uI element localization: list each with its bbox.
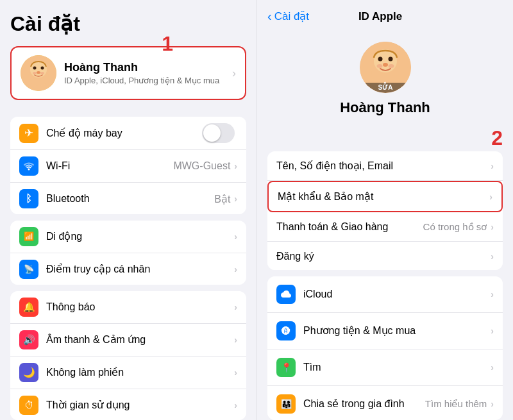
bluetooth-icon: ᛒ (19, 189, 38, 208)
notifications-label: Thông báo (46, 301, 234, 313)
focus-chevron-icon: › (234, 367, 237, 378)
hotspot-icon: 📡 (19, 260, 38, 279)
back-arrow-icon: ‹ (267, 9, 272, 24)
find-item[interactable]: 📍 Tìm › (267, 349, 503, 386)
wifi-value: MWG-Guest (173, 160, 230, 172)
focus-item[interactable]: 🌙 Không làm phiền › (10, 357, 246, 389)
airplane-icon: ✈ (19, 124, 38, 143)
focus-icon: 🌙 (19, 363, 38, 382)
family-sharing-chevron: › (491, 399, 494, 409)
family-sharing-label: Chia sẻ trong gia đình (303, 398, 425, 410)
appstore-icon: 🅐 (276, 321, 296, 340)
bluetooth-label: Bluetooth (46, 193, 214, 205)
right-header: ‹ Cài đặt ID Apple (257, 0, 513, 29)
find-chevron: › (491, 362, 494, 373)
svg-point-5 (37, 71, 40, 74)
hotspot-label: Điểm truy cập cá nhân (46, 263, 234, 275)
sound-item[interactable]: 🔊 Âm thanh & Cảm ứng › (10, 324, 246, 357)
svg-point-6 (33, 72, 37, 74)
toggle-knob (203, 124, 221, 142)
back-button[interactable]: ‹ Cài đặt (267, 9, 309, 24)
profile-info: Hoàng Thanh ID Apple, iCloud, Phương tiệ… (64, 61, 232, 85)
settings-section-1: ✈ Chế độ máy bay Wi-Fi MWG-Guest › ᛒ Blu… (10, 117, 246, 214)
svg-point-11 (378, 57, 382, 62)
settings-section-3: 🔔 Thông báo › 🔊 Âm thanh & Cảm ứng › 🌙 K… (10, 291, 246, 420)
sound-icon: 🔊 (19, 330, 38, 349)
svg-point-3 (33, 67, 37, 70)
svg-point-7 (40, 72, 44, 74)
focus-label: Không làm phiền (46, 366, 234, 378)
left-title: Cài đặt (10, 12, 246, 36)
svg-point-14 (376, 64, 382, 68)
password-security-chevron: › (489, 192, 492, 202)
hotspot-item[interactable]: 📡 Điểm truy cập cá nhân › (10, 253, 246, 285)
icloud-icon (276, 285, 296, 304)
profile-name: Hoàng Thanh (64, 61, 232, 74)
right-profile-name: Hoàng Thanh (340, 99, 430, 116)
screentime-label: Thời gian sử dụng (46, 399, 234, 411)
icloud-chevron: › (491, 289, 494, 299)
media-purchases-label: Phương tiện & Mục mua (303, 324, 491, 337)
step-2-badge: 2 (257, 126, 513, 150)
sound-label: Âm thanh & Cảm ứng (46, 333, 234, 346)
right-panel: ‹ Cài đặt ID Apple SỬA SỬA (256, 0, 513, 420)
find-icon: 📍 (276, 358, 296, 377)
sound-chevron-icon: › (234, 335, 237, 345)
icloud-item[interactable]: iCloud › (267, 276, 503, 313)
screentime-item[interactable]: ⏱ Thời gian sử dụng › (10, 389, 246, 420)
bluetooth-value: Bật (214, 193, 230, 205)
screentime-chevron-icon: › (234, 400, 237, 410)
name-phone-email-item[interactable]: Tên, Số điện thoại, Email › (267, 151, 503, 181)
right-section-2: iCloud › 🅐 Phương tiện & Mục mua › 📍 Tìm… (267, 276, 503, 420)
subscription-item[interactable]: Đăng ký › (267, 242, 503, 270)
profile-chevron-icon: › (232, 67, 236, 80)
name-phone-email-label: Tên, Số điện thoại, Email (276, 160, 491, 172)
payment-shipping-value: Có trong hồ sơ (423, 221, 487, 233)
notifications-chevron-icon: › (234, 302, 237, 312)
wifi-item[interactable]: Wi-Fi MWG-Guest › (10, 150, 246, 183)
icloud-label: iCloud (303, 289, 491, 300)
back-label: Cài đặt (274, 10, 309, 23)
left-panel: Cài đặt Hoàng Thanh (0, 0, 256, 420)
right-profile-section: SỬA SỬA Hoàng Thanh (257, 29, 513, 126)
cellular-label: Di động (46, 230, 234, 242)
notifications-item[interactable]: 🔔 Thông báo › (10, 291, 246, 324)
wifi-label: Wi-Fi (46, 160, 173, 172)
password-security-item[interactable]: Mật khẩu & Bảo mật › (267, 181, 503, 212)
cellular-icon: 📶 (19, 227, 38, 246)
subscription-chevron: › (491, 251, 494, 262)
profile-subtitle: ID Apple, iCloud, Phương tiện & Mục mua (64, 76, 232, 85)
bluetooth-chevron-icon: › (234, 194, 237, 204)
settings-section-2: 📶 Di động › 📡 Điểm truy cập cá nhân › (10, 221, 246, 285)
family-sharing-item[interactable]: 👨‍👩‍👧 Chia sẻ trong gia đình Tìm hiểu th… (267, 386, 503, 420)
wifi-chevron-icon: › (234, 161, 237, 171)
profile-card[interactable]: Hoàng Thanh ID Apple, iCloud, Phương tiệ… (10, 46, 246, 100)
hotspot-chevron-icon: › (234, 264, 237, 274)
right-avatar[interactable]: SỬA SỬA (360, 42, 411, 93)
cellular-item[interactable]: 📶 Di động › (10, 221, 246, 253)
password-security-label: Mật khẩu & Bảo mật (278, 190, 489, 203)
media-purchases-chevron: › (491, 326, 494, 336)
bluetooth-item[interactable]: ᛒ Bluetooth Bật › (10, 183, 246, 214)
wifi-icon (19, 156, 38, 176)
svg-point-15 (388, 64, 394, 68)
airplane-label: Chế độ máy bay (46, 127, 202, 139)
svg-point-4 (41, 67, 44, 70)
notifications-icon: 🔔 (19, 298, 38, 317)
family-sharing-value: Tìm hiểu thêm (425, 398, 487, 410)
media-purchases-item[interactable]: 🅐 Phương tiện & Mục mua › (267, 313, 503, 349)
svg-text:SỬA: SỬA (378, 82, 392, 91)
right-section-1: Tên, Số điện thoại, Email › Mật khẩu & B… (267, 151, 503, 270)
step-1-badge: 1 (162, 32, 173, 56)
airplane-toggle[interactable] (202, 123, 235, 143)
airplane-mode-item[interactable]: ✈ Chế độ máy bay (10, 117, 246, 150)
svg-point-13 (383, 63, 388, 67)
find-label: Tìm (303, 362, 491, 373)
name-phone-email-chevron: › (491, 161, 494, 171)
screentime-icon: ⏱ (19, 396, 38, 415)
svg-point-12 (388, 57, 392, 62)
payment-shipping-item[interactable]: Thanh toán & Giao hàng Có trong hồ sơ › (267, 212, 503, 242)
payment-shipping-chevron: › (491, 222, 494, 232)
avatar (21, 55, 56, 91)
family-icon: 👨‍👩‍👧 (276, 394, 296, 414)
